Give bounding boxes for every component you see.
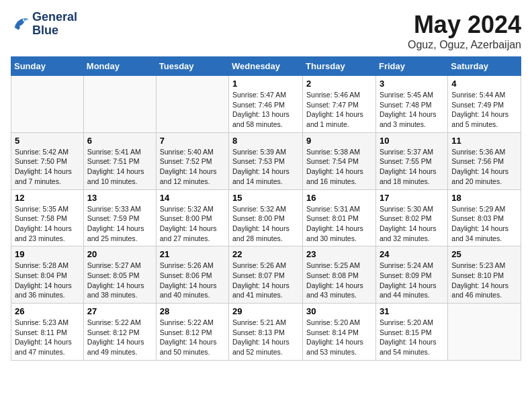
page-subtitle: Oguz, Oguz, Azerbaijan (408, 39, 521, 51)
day-number: 23 (306, 249, 372, 259)
day-info: Sunrise: 5:42 AMSunset: 7:50 PMDaylight:… (15, 147, 80, 187)
day-number: 5 (15, 136, 80, 146)
day-info: Sunrise: 5:29 AMSunset: 8:03 PMDaylight:… (451, 204, 517, 244)
day-info: Sunrise: 5:47 AMSunset: 7:46 PMDaylight:… (232, 90, 299, 130)
calendar-cell: 16Sunrise: 5:31 AMSunset: 8:01 PMDayligh… (303, 189, 376, 246)
day-number: 18 (451, 193, 517, 203)
day-number: 16 (306, 193, 372, 203)
calendar-cell: 28Sunrise: 5:22 AMSunset: 8:12 PMDayligh… (156, 304, 228, 361)
day-info: Sunrise: 5:26 AMSunset: 8:07 PMDaylight:… (232, 261, 299, 300)
day-info: Sunrise: 5:20 AMSunset: 8:15 PMDaylight:… (380, 318, 444, 357)
day-info: Sunrise: 5:22 AMSunset: 8:12 PMDaylight:… (87, 318, 152, 357)
day-info: Sunrise: 5:27 AMSunset: 8:05 PMDaylight:… (87, 261, 152, 300)
day-number: 11 (451, 136, 517, 146)
day-info: Sunrise: 5:38 AMSunset: 7:54 PMDaylight:… (306, 147, 372, 187)
day-number: 13 (87, 193, 152, 203)
column-header-thursday: Thursday (303, 57, 376, 76)
logo: General Blue (11, 11, 77, 38)
calendar-cell: 3Sunrise: 5:45 AMSunset: 7:48 PMDaylight… (375, 76, 447, 133)
day-info: Sunrise: 5:23 AMSunset: 8:11 PMDaylight:… (15, 318, 80, 357)
day-number: 30 (306, 306, 372, 316)
calendar-cell: 19Sunrise: 5:28 AMSunset: 8:04 PMDayligh… (11, 246, 84, 304)
day-number: 25 (451, 249, 517, 259)
day-number: 27 (87, 306, 152, 316)
day-info: Sunrise: 5:32 AMSunset: 8:00 PMDaylight:… (232, 204, 299, 244)
column-header-tuesday: Tuesday (156, 57, 228, 76)
day-number: 15 (232, 193, 299, 203)
calendar-cell: 5Sunrise: 5:42 AMSunset: 7:50 PMDaylight… (11, 132, 84, 189)
calendar-week-2: 5Sunrise: 5:42 AMSunset: 7:50 PMDaylight… (11, 132, 521, 189)
day-info: Sunrise: 5:41 AMSunset: 7:51 PMDaylight:… (87, 147, 152, 187)
calendar-cell: 25Sunrise: 5:23 AMSunset: 8:10 PMDayligh… (448, 246, 521, 304)
calendar-week-1: 1Sunrise: 5:47 AMSunset: 7:46 PMDaylight… (11, 76, 521, 133)
day-number: 14 (160, 193, 225, 203)
day-number: 17 (380, 193, 444, 203)
calendar-cell (83, 76, 156, 133)
day-info: Sunrise: 5:26 AMSunset: 8:06 PMDaylight:… (160, 261, 225, 300)
day-info: Sunrise: 5:24 AMSunset: 8:09 PMDaylight:… (380, 261, 444, 300)
day-info: Sunrise: 5:36 AMSunset: 7:56 PMDaylight:… (451, 147, 517, 187)
calendar-cell: 24Sunrise: 5:24 AMSunset: 8:09 PMDayligh… (375, 246, 447, 304)
day-info: Sunrise: 5:45 AMSunset: 7:48 PMDaylight:… (380, 90, 444, 130)
day-number: 7 (160, 136, 225, 146)
calendar-cell (448, 304, 521, 361)
calendar-cell: 20Sunrise: 5:27 AMSunset: 8:05 PMDayligh… (83, 246, 156, 304)
calendar-cell: 18Sunrise: 5:29 AMSunset: 8:03 PMDayligh… (448, 189, 521, 246)
calendar-cell: 11Sunrise: 5:36 AMSunset: 7:56 PMDayligh… (448, 132, 521, 189)
calendar-week-5: 26Sunrise: 5:23 AMSunset: 8:11 PMDayligh… (11, 304, 521, 361)
day-number: 31 (380, 306, 444, 316)
calendar-cell: 12Sunrise: 5:35 AMSunset: 7:58 PMDayligh… (11, 189, 84, 246)
calendar-cell: 22Sunrise: 5:26 AMSunset: 8:07 PMDayligh… (229, 246, 303, 304)
day-number: 26 (15, 306, 80, 316)
day-number: 29 (232, 306, 299, 316)
page-title: May 2024 (408, 11, 521, 39)
day-number: 6 (87, 136, 152, 146)
day-info: Sunrise: 5:33 AMSunset: 7:59 PMDaylight:… (87, 204, 152, 244)
logo-icon (11, 15, 30, 34)
day-number: 22 (232, 249, 299, 259)
day-info: Sunrise: 5:31 AMSunset: 8:01 PMDaylight:… (306, 204, 372, 244)
calendar-cell: 29Sunrise: 5:21 AMSunset: 8:13 PMDayligh… (229, 304, 303, 361)
calendar-cell (156, 76, 228, 133)
page-header: General Blue May 2024 Oguz, Oguz, Azerba… (11, 11, 521, 51)
calendar-cell: 10Sunrise: 5:37 AMSunset: 7:55 PMDayligh… (375, 132, 447, 189)
calendar-week-3: 12Sunrise: 5:35 AMSunset: 7:58 PMDayligh… (11, 189, 521, 246)
calendar-cell: 23Sunrise: 5:25 AMSunset: 8:08 PMDayligh… (303, 246, 376, 304)
calendar-cell: 2Sunrise: 5:46 AMSunset: 7:47 PMDaylight… (303, 76, 376, 133)
day-info: Sunrise: 5:46 AMSunset: 7:47 PMDaylight:… (306, 90, 372, 130)
day-number: 10 (380, 136, 444, 146)
day-info: Sunrise: 5:35 AMSunset: 7:58 PMDaylight:… (15, 204, 80, 244)
day-number: 20 (87, 249, 152, 259)
day-info: Sunrise: 5:20 AMSunset: 8:14 PMDaylight:… (306, 318, 372, 357)
calendar-cell: 6Sunrise: 5:41 AMSunset: 7:51 PMDaylight… (83, 132, 156, 189)
day-info: Sunrise: 5:25 AMSunset: 8:08 PMDaylight:… (306, 261, 372, 300)
calendar-cell: 21Sunrise: 5:26 AMSunset: 8:06 PMDayligh… (156, 246, 228, 304)
column-header-monday: Monday (83, 57, 156, 76)
day-info: Sunrise: 5:21 AMSunset: 8:13 PMDaylight:… (232, 318, 299, 357)
day-info: Sunrise: 5:30 AMSunset: 8:02 PMDaylight:… (380, 204, 444, 244)
day-number: 21 (160, 249, 225, 259)
day-info: Sunrise: 5:40 AMSunset: 7:52 PMDaylight:… (160, 147, 225, 187)
day-number: 8 (232, 136, 299, 146)
day-info: Sunrise: 5:39 AMSunset: 7:53 PMDaylight:… (232, 147, 299, 187)
column-header-saturday: Saturday (448, 57, 521, 76)
logo-text: General Blue (32, 11, 77, 38)
day-number: 9 (306, 136, 372, 146)
calendar-cell: 31Sunrise: 5:20 AMSunset: 8:15 PMDayligh… (375, 304, 447, 361)
calendar-cell (11, 76, 84, 133)
calendar-cell: 17Sunrise: 5:30 AMSunset: 8:02 PMDayligh… (375, 189, 447, 246)
calendar-cell: 7Sunrise: 5:40 AMSunset: 7:52 PMDaylight… (156, 132, 228, 189)
day-info: Sunrise: 5:28 AMSunset: 8:04 PMDaylight:… (15, 261, 80, 300)
title-block: May 2024 Oguz, Oguz, Azerbaijan (408, 11, 521, 51)
day-info: Sunrise: 5:44 AMSunset: 7:49 PMDaylight:… (451, 90, 517, 130)
calendar-table: SundayMondayTuesdayWednesdayThursdayFrid… (11, 56, 521, 361)
calendar-cell: 13Sunrise: 5:33 AMSunset: 7:59 PMDayligh… (83, 189, 156, 246)
day-number: 24 (380, 249, 444, 259)
day-number: 4 (451, 79, 517, 89)
day-info: Sunrise: 5:32 AMSunset: 8:00 PMDaylight:… (160, 204, 225, 244)
calendar-cell: 4Sunrise: 5:44 AMSunset: 7:49 PMDaylight… (448, 76, 521, 133)
day-number: 19 (15, 249, 80, 259)
calendar-cell: 1Sunrise: 5:47 AMSunset: 7:46 PMDaylight… (229, 76, 303, 133)
day-info: Sunrise: 5:23 AMSunset: 8:10 PMDaylight:… (451, 261, 517, 300)
calendar-week-4: 19Sunrise: 5:28 AMSunset: 8:04 PMDayligh… (11, 246, 521, 304)
